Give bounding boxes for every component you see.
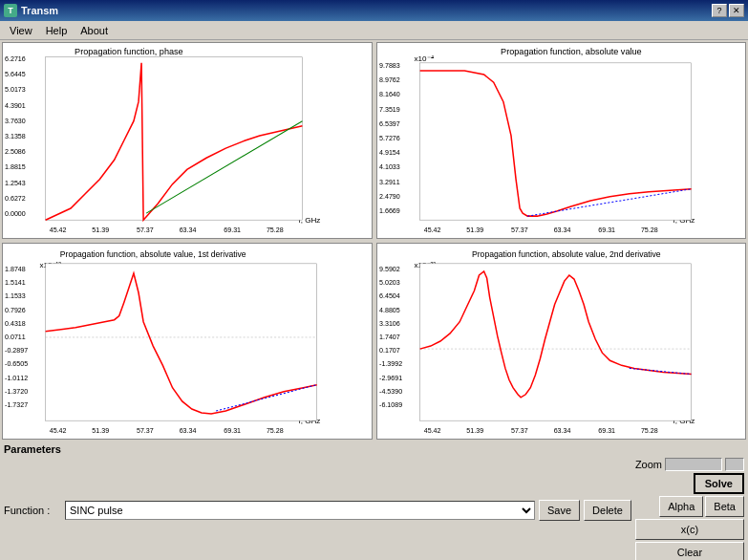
svg-text:8.1640: 8.1640 xyxy=(379,91,400,98)
svg-rect-41 xyxy=(419,63,691,220)
svg-text:69.31: 69.31 xyxy=(598,226,615,234)
title-bar: T Transm ? ✕ xyxy=(0,0,748,21)
svg-text:6.2716: 6.2716 xyxy=(5,55,26,63)
svg-text:5.7276: 5.7276 xyxy=(379,135,400,142)
charts-grid: 6.2716 5.6445 5.0173 4.3901 3.7630 3.135… xyxy=(0,40,748,442)
help-btn[interactable]: ? xyxy=(712,4,727,17)
svg-text:63.34: 63.34 xyxy=(553,226,570,234)
svg-text:0.0000: 0.0000 xyxy=(5,210,26,218)
svg-text:-0.6505: -0.6505 xyxy=(5,360,28,368)
svg-text:5.6445: 5.6445 xyxy=(5,71,26,78)
svg-text:6.4504: 6.4504 xyxy=(379,292,400,300)
zoom-track[interactable] xyxy=(665,458,722,471)
svg-text:69.31: 69.31 xyxy=(598,427,615,435)
svg-text:51.39: 51.39 xyxy=(92,226,109,234)
svg-text:5.0203: 5.0203 xyxy=(379,279,400,287)
svg-text:57.37: 57.37 xyxy=(137,226,154,234)
function-row: Function : SINC pulse Gaussian Rectangle… xyxy=(4,458,744,560)
menu-bar: View Help About xyxy=(0,21,748,40)
clear-button[interactable]: Clear xyxy=(635,542,744,560)
menu-help[interactable]: Help xyxy=(40,24,74,37)
svg-text:63.34: 63.34 xyxy=(180,226,197,234)
svg-text:4.9154: 4.9154 xyxy=(379,149,400,157)
svg-text:-6.1089: -6.1089 xyxy=(379,401,402,409)
menu-view[interactable]: View xyxy=(4,24,38,37)
svg-text:5.0173: 5.0173 xyxy=(5,86,26,94)
save-button[interactable]: Save xyxy=(539,500,580,521)
alpha-button[interactable]: Alpha xyxy=(659,496,703,517)
svg-text:57.37: 57.37 xyxy=(510,226,527,234)
svg-text:-4.5390: -4.5390 xyxy=(379,388,402,396)
svg-text:69.31: 69.31 xyxy=(224,226,241,234)
svg-text:2.5086: 2.5086 xyxy=(5,148,26,156)
svg-text:45.42: 45.42 xyxy=(50,226,67,234)
svg-text:45.42: 45.42 xyxy=(423,427,440,435)
svg-text:x10⁻⁴: x10⁻⁴ xyxy=(414,54,433,63)
app-icon: T xyxy=(4,4,17,17)
beta-button[interactable]: Beta xyxy=(705,496,744,517)
svg-text:4.1033: 4.1033 xyxy=(379,163,400,171)
svg-text:51.39: 51.39 xyxy=(466,427,483,435)
svg-text:69.31: 69.31 xyxy=(224,427,241,435)
title-bar-buttons: ? ✕ xyxy=(712,4,744,17)
svg-text:3.2911: 3.2911 xyxy=(379,179,400,186)
svg-text:6.5397: 6.5397 xyxy=(379,120,400,128)
svg-text:0.1707: 0.1707 xyxy=(379,347,400,355)
zoom-track2[interactable] xyxy=(725,458,744,471)
chart-bottom-left: x10⁻¹³ 1.8748 1.5141 1.1533 0.7926 0.431… xyxy=(2,243,373,440)
svg-text:75.28: 75.28 xyxy=(640,226,657,234)
solve-button[interactable]: Solve xyxy=(694,473,744,494)
delete-button[interactable]: Delete xyxy=(584,500,631,521)
svg-text:51.39: 51.39 xyxy=(466,226,483,234)
svg-text:63.34: 63.34 xyxy=(180,427,197,435)
svg-text:-1.7327: -1.7327 xyxy=(5,401,28,409)
close-btn[interactable]: ✕ xyxy=(729,4,744,17)
svg-text:75.28: 75.28 xyxy=(640,427,657,435)
svg-text:0.6272: 0.6272 xyxy=(5,195,26,203)
menu-about[interactable]: About xyxy=(75,24,114,37)
svg-text:4.8805: 4.8805 xyxy=(379,307,400,314)
svg-text:-1.0112: -1.0112 xyxy=(5,375,28,382)
svg-text:1.8815: 1.8815 xyxy=(5,163,26,171)
svg-text:0.7926: 0.7926 xyxy=(5,307,26,314)
svg-text:1.2543: 1.2543 xyxy=(5,180,26,187)
svg-text:57.37: 57.37 xyxy=(510,427,527,435)
svg-text:Propagation function, absolute: Propagation function, absolute value, 1s… xyxy=(60,249,246,259)
svg-text:2.4790: 2.4790 xyxy=(379,193,400,201)
svg-text:1.5141: 1.5141 xyxy=(5,279,26,287)
svg-text:Propagation function, absolute: Propagation function, absolute value, 2n… xyxy=(471,249,660,259)
function-label: Function : xyxy=(4,505,61,516)
svg-text:0.4318: 0.4318 xyxy=(5,320,26,328)
svg-text:9.5902: 9.5902 xyxy=(379,266,400,273)
svg-text:3.1358: 3.1358 xyxy=(5,133,26,140)
svg-text:-0.2897: -0.2897 xyxy=(5,347,28,355)
svg-text:-1.3992: -1.3992 xyxy=(379,360,402,368)
parameters-section: Parameters Function : SINC pulse Gaussia… xyxy=(0,442,748,560)
svg-text:51.39: 51.39 xyxy=(92,427,109,435)
svg-rect-86 xyxy=(419,264,691,420)
zoom-row: Zoom xyxy=(635,458,744,471)
svg-text:75.28: 75.28 xyxy=(267,226,284,234)
svg-text:57.37: 57.37 xyxy=(137,427,154,435)
function-select[interactable]: SINC pulse Gaussian Rectangle xyxy=(65,501,535,520)
svg-text:-1.3720: -1.3720 xyxy=(5,388,28,396)
svg-text:4.3901: 4.3901 xyxy=(5,102,26,110)
svg-text:8.9762: 8.9762 xyxy=(379,76,400,84)
svg-text:45.42: 45.42 xyxy=(50,427,67,435)
svg-text:-2.9691: -2.9691 xyxy=(379,375,402,382)
svg-text:45.42: 45.42 xyxy=(423,226,440,234)
svg-text:1.6669: 1.6669 xyxy=(379,207,400,215)
window-title: Transm xyxy=(21,5,58,16)
svg-text:1.7407: 1.7407 xyxy=(379,334,400,341)
chart-top-left: 6.2716 5.6445 5.0173 4.3901 3.7630 3.135… xyxy=(2,42,373,239)
chart-top-right: x10⁻⁴ 9.7883 8.9762 8.1640 7.3519 6.5397… xyxy=(376,42,747,239)
svg-text:9.7883: 9.7883 xyxy=(379,62,400,70)
svg-text:7.3519: 7.3519 xyxy=(379,106,400,114)
svg-text:1.8748: 1.8748 xyxy=(5,266,26,273)
svg-text:Propagation function, phase: Propagation function, phase xyxy=(75,47,183,56)
svg-rect-63 xyxy=(46,264,317,420)
params-label: Parameters xyxy=(4,443,61,455)
svg-text:63.34: 63.34 xyxy=(553,427,570,435)
xc-button[interactable]: x(c) xyxy=(635,519,744,540)
svg-text:Propagation function, absolute: Propagation function, absolute value xyxy=(501,47,642,56)
